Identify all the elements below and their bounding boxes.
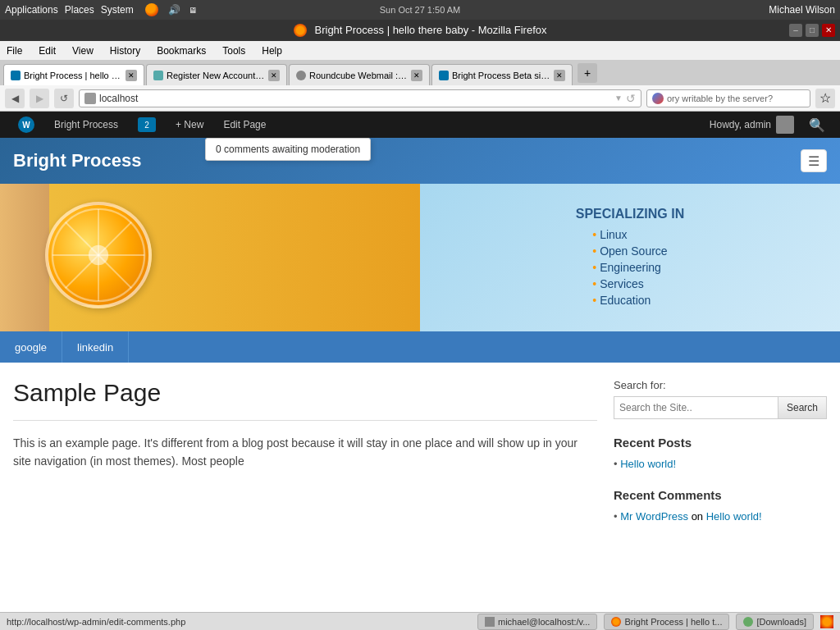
- hero-banner: SPECIALIZING IN Linux Open Source Engine…: [0, 184, 840, 331]
- recent-posts-list: Hello world!: [614, 456, 827, 472]
- browser-search-box[interactable]: ory writable by the server?: [646, 89, 810, 107]
- taskbar-downloads[interactable]: [Downloads]: [736, 614, 814, 630]
- forward-button[interactable]: ▶: [30, 89, 49, 108]
- tab-3-close[interactable]: ✕: [411, 70, 422, 81]
- tab-2-close[interactable]: ✕: [268, 70, 280, 81]
- tab-4-icon: [439, 71, 449, 80]
- comment-on-text: on: [692, 510, 706, 523]
- wp-site-name-button[interactable]: Bright Process: [44, 112, 128, 138]
- menu-view[interactable]: View: [69, 43, 97, 58]
- wp-edit-page-button[interactable]: Edit Page: [213, 112, 276, 138]
- wp-admin-bar: W Bright Process 2 + New Edit Page Howdy…: [0, 112, 840, 138]
- menu-help[interactable]: Help: [258, 43, 285, 58]
- url-text: localhost: [99, 93, 611, 104]
- firefox-taskbar-icon: [611, 617, 621, 627]
- site-header: Bright Process ☰: [0, 138, 840, 184]
- url-refresh-inline-icon[interactable]: ↺: [626, 92, 636, 105]
- taskbar-email[interactable]: michael@localhost:/v...: [477, 614, 597, 630]
- window-controls[interactable]: – □ ✕: [789, 24, 835, 37]
- address-bar: ◀ ▶ ↺ localhost ▼ ↺ ory writable by the …: [0, 85, 840, 112]
- firefox-logo-icon: [294, 24, 307, 37]
- hero-bullet-engineering: Engineering: [592, 259, 667, 276]
- minimize-button[interactable]: –: [789, 24, 802, 37]
- nav-linkedin[interactable]: linkedin: [62, 331, 129, 363]
- tab-4-close[interactable]: ✕: [554, 70, 565, 81]
- tab-1-close[interactable]: ✕: [126, 70, 137, 81]
- page-title: Sample Page: [13, 379, 597, 407]
- search-button[interactable]: Search: [778, 396, 827, 419]
- os-system-label[interactable]: System: [101, 4, 134, 16]
- wp-logo-button[interactable]: W: [8, 112, 44, 138]
- list-item: Hello world!: [614, 456, 827, 472]
- site-nav: google linkedin: [0, 331, 840, 363]
- search-engine-icon: [652, 93, 664, 104]
- menu-edit[interactable]: Edit: [35, 43, 59, 58]
- browser-title: Bright Process | hello there baby - Mozi…: [315, 20, 547, 41]
- wp-admin-search-button[interactable]: 🔍: [802, 117, 832, 133]
- comment-post-link[interactable]: Hello world!: [706, 510, 762, 523]
- wp-new-label: + New: [176, 119, 203, 130]
- page-body: This is an example page. It's different …: [13, 434, 597, 471]
- tab-1[interactable]: Bright Process | hello there ... ✕: [3, 64, 144, 85]
- menu-tools[interactable]: Tools: [219, 43, 249, 58]
- os-user: Michael Wilson: [559, 4, 835, 16]
- svg-point-5: [89, 245, 108, 265]
- hero-bullet-opensource: Open Source: [592, 243, 667, 259]
- sidebar-search-row: Search: [614, 396, 827, 419]
- recent-post-link-1[interactable]: Hello world!: [620, 458, 676, 470]
- tab-1-label: Bright Process | hello there ...: [24, 71, 122, 80]
- hero-bullets-list: Linux Open Source Engineering Services E…: [592, 226, 667, 308]
- nav-google[interactable]: google: [0, 331, 62, 363]
- main-content: Sample Page This is an example page. It'…: [13, 379, 614, 541]
- wp-new-button[interactable]: + New: [166, 112, 213, 138]
- back-button[interactable]: ◀: [5, 89, 25, 108]
- orange-image: [45, 202, 152, 308]
- hero-specializing-text: SPECIALIZING IN: [576, 207, 684, 221]
- sidebar-recent-posts: Recent Posts Hello world!: [614, 436, 827, 472]
- menu-file[interactable]: File: [3, 43, 25, 58]
- new-tab-button[interactable]: +: [578, 63, 597, 83]
- url-security-icon: [84, 93, 96, 104]
- maximize-button[interactable]: □: [806, 24, 819, 37]
- page-divider: [13, 420, 597, 421]
- tab-2-label: Register New Account - So...: [167, 71, 265, 80]
- menu-history[interactable]: History: [107, 43, 144, 58]
- taskbar-email-label: michael@localhost:/v...: [498, 617, 590, 627]
- bookmark-button[interactable]: ☆: [815, 89, 835, 108]
- tab-3-icon: [296, 71, 306, 80]
- comment-author-link[interactable]: Mr WordPress: [620, 510, 688, 523]
- refresh-button[interactable]: ↺: [54, 89, 74, 108]
- comment-tooltip: 0 comments awaiting moderation: [205, 138, 371, 161]
- tab-2[interactable]: Register New Account - So... ✕: [146, 64, 287, 85]
- sidebar-recent-comments: Recent Comments Mr WordPress on Hello wo…: [614, 488, 827, 524]
- os-places-label[interactable]: Places: [65, 4, 94, 16]
- site-menu-button[interactable]: ☰: [801, 149, 827, 172]
- tab-3-label: Roundcube Webmail :: Inbox: [309, 71, 408, 80]
- browser-tabs: Bright Process | hello there ... ✕ Regis…: [0, 61, 840, 85]
- url-bar[interactable]: localhost ▼ ↺: [79, 89, 641, 107]
- tab-1-icon: [11, 71, 21, 80]
- recent-comments-list: Mr WordPress on Hello world!: [614, 509, 827, 524]
- face-image: [0, 184, 49, 331]
- tab-2-icon: [153, 71, 163, 80]
- browser-menu-bar: File Edit View History Bookmarks Tools H…: [0, 41, 840, 61]
- main-layout: Sample Page This is an example page. It'…: [0, 363, 840, 557]
- search-input[interactable]: [614, 396, 778, 419]
- recent-comments-heading: Recent Comments: [614, 488, 827, 502]
- firefox-taskbar-icon-right: [820, 615, 833, 628]
- taskbar-firefox[interactable]: Bright Process | hello t...: [604, 614, 729, 630]
- wp-site-name-label: Bright Process: [54, 119, 118, 130]
- wp-avatar-icon: [776, 116, 794, 134]
- wp-comments-button[interactable]: 2: [128, 112, 166, 138]
- os-clock: Sun Oct 27 1:50 AM: [281, 5, 558, 15]
- tab-3[interactable]: Roundcube Webmail :: Inbox ✕: [289, 64, 430, 85]
- close-button[interactable]: ✕: [822, 24, 835, 37]
- os-sound-icon: 🔊: [168, 4, 180, 16]
- os-topbar: Applications File Places System 🔊 🖥 Sun …: [0, 0, 840, 20]
- os-apps-menu[interactable]: Applications: [5, 4, 58, 16]
- menu-bookmarks[interactable]: Bookmarks: [153, 43, 209, 58]
- tab-4[interactable]: Bright Process Beta site | F... ✕: [431, 64, 573, 85]
- hero-bullet-education: Education: [592, 292, 667, 308]
- browser-search-text: ory writable by the server?: [667, 94, 773, 103]
- taskbar-downloads-label: [Downloads]: [756, 617, 806, 627]
